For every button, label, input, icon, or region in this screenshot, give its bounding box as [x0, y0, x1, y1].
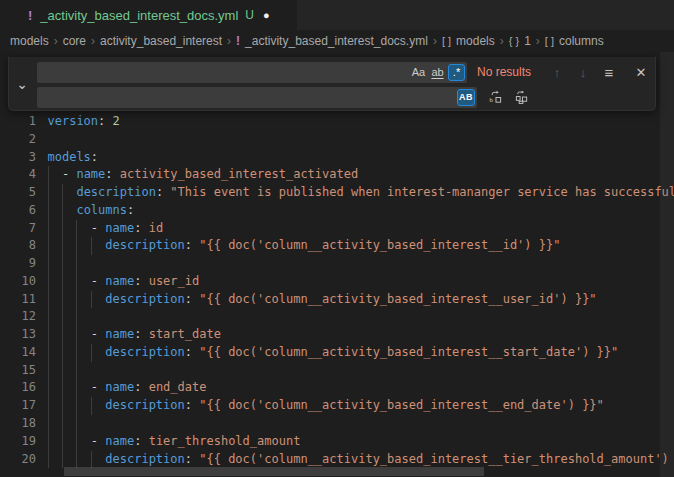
breadcrumb: models›core›activity_based_interest›!_ac… — [0, 30, 674, 52]
line-number: 17 — [0, 397, 36, 415]
code-text: - name: user_id — [48, 274, 200, 288]
code-line[interactable]: 16 - name: end_date — [0, 379, 674, 397]
whole-word-icon: ab — [431, 62, 443, 83]
code-line[interactable]: 9 — [0, 255, 674, 273]
chevron-right-icon: › — [536, 34, 540, 48]
code-text: description: "{{ doc('column__activity_b… — [48, 292, 597, 306]
breadcrumb-item[interactable]: { }1 — [509, 34, 531, 48]
breadcrumb-item[interactable]: [ ]models — [442, 34, 495, 48]
code-line[interactable]: 11 description: "{{ doc('column__activit… — [0, 291, 674, 309]
indent-guide — [62, 202, 63, 220]
code-line[interactable]: 13 - name: start_date — [0, 326, 674, 344]
code-text: description: "This event is published wh… — [48, 185, 674, 199]
editor-tab[interactable]: ! _activity_based_interest_docs.yml U ● — [0, 0, 297, 30]
horizontal-scrollbar-thumb[interactable] — [64, 467, 484, 476]
code-line[interactable]: 6 columns: — [0, 202, 674, 220]
indent-guide — [48, 255, 49, 273]
git-status-badge: U — [245, 8, 254, 22]
indent-guide — [76, 344, 77, 362]
chevron-right-icon: › — [54, 34, 58, 48]
indent-guide — [62, 308, 63, 326]
breadcrumb-item[interactable]: activity_based_interest — [100, 34, 222, 48]
breadcrumb-item[interactable]: models — [10, 34, 49, 48]
indent-guide — [76, 433, 77, 451]
line-number: 19 — [0, 433, 36, 451]
indent-guide — [62, 451, 63, 469]
chevron-right-icon: › — [91, 34, 95, 48]
code-text: - name: id — [48, 221, 164, 235]
indent-guide — [76, 220, 77, 238]
code-line[interactable]: 15 — [0, 362, 674, 380]
replace-input[interactable]: - name: $1\n description: "{{ doc('colum… — [37, 87, 477, 108]
symbol-array-icon: [ ] — [442, 35, 451, 47]
code-line[interactable]: 10 - name: user_id — [0, 273, 674, 291]
indent-guide — [62, 184, 63, 202]
code-line[interactable]: 17 description: "{{ doc('column__activit… — [0, 397, 674, 415]
code-line[interactable]: 19 - name: tier_threshold_amount — [0, 433, 674, 451]
code-line[interactable]: 12 — [0, 308, 674, 326]
toggle-replace-chevron-icon[interactable]: ⌄ — [9, 57, 35, 110]
symbol-array-icon: [ ] — [545, 35, 554, 47]
whole-word-toggle[interactable]: ab — [429, 64, 446, 81]
indent-guide — [76, 362, 77, 380]
preserve-case-toggle[interactable]: AB — [457, 89, 475, 106]
editor-pane[interactable]: 1version: 223models:4 - name: activity_b… — [0, 52, 674, 477]
line-number: 1 — [0, 113, 36, 131]
find-results-status: No results — [477, 65, 539, 79]
code-line[interactable]: 14 description: "{{ doc('column__activit… — [0, 344, 674, 362]
vertical-scrollbar[interactable] — [660, 52, 674, 477]
indent-guide — [62, 273, 63, 291]
indent-guide — [48, 326, 49, 344]
breadcrumb-item[interactable]: core — [63, 34, 86, 48]
replace-all-button[interactable] — [511, 87, 531, 107]
code-line[interactable]: 8 description: "{{ doc('column__activity… — [0, 237, 674, 255]
code-line[interactable]: 3models: — [0, 149, 674, 167]
yaml-file-icon: ! — [236, 34, 240, 48]
code-text: - name: activity_based_interest_activate… — [48, 167, 359, 181]
indent-guide — [48, 362, 49, 380]
indent-guide — [48, 344, 49, 362]
indent-guide — [76, 308, 77, 326]
code-text: description: "{{ doc('column__activity_b… — [48, 452, 674, 466]
indent-guide — [91, 291, 92, 309]
indent-guide — [76, 379, 77, 397]
indent-guide — [48, 202, 49, 220]
indent-guide — [62, 237, 63, 255]
indent-guide — [62, 362, 63, 380]
match-case-toggle[interactable]: Aa — [410, 64, 427, 81]
code-line[interactable]: 18 — [0, 415, 674, 433]
breadcrumb-item[interactable]: [ ]columns — [545, 34, 604, 48]
indent-guide — [48, 397, 49, 415]
code-line[interactable]: 5 description: "This event is published … — [0, 184, 674, 202]
replace-button[interactable]: b — [485, 87, 505, 107]
indent-guide — [62, 291, 63, 309]
next-match-button[interactable]: ↓ — [573, 62, 593, 82]
find-in-selection-button[interactable]: ≡ — [599, 62, 619, 82]
code-line[interactable]: 1version: 2 — [0, 113, 674, 131]
code-line[interactable]: 4 - name: activity_based_interest_activa… — [0, 166, 674, 184]
regex-toggle[interactable]: .* — [448, 64, 465, 81]
code-line[interactable]: 7 - name: id — [0, 220, 674, 238]
breadcrumb-label: models — [10, 34, 49, 48]
line-number: 11 — [0, 291, 36, 309]
breadcrumb-label: models — [456, 34, 495, 48]
close-find-widget-button[interactable]: ✕ — [631, 62, 651, 82]
code-line[interactable]: 20 description: "{{ doc('column__activit… — [0, 451, 674, 469]
line-number: 15 — [0, 362, 36, 380]
indent-guide — [91, 344, 92, 362]
indent-guide — [76, 255, 77, 273]
indent-guide — [62, 255, 63, 273]
indent-guide — [62, 433, 63, 451]
line-number: 10 — [0, 273, 36, 291]
indent-guide — [48, 184, 49, 202]
indent-guide — [48, 237, 49, 255]
previous-match-button[interactable]: ↑ — [547, 62, 567, 82]
breadcrumb-item[interactable]: !_activity_based_interest_docs.yml — [236, 34, 428, 48]
code-lines[interactable]: 1version: 223models:4 - name: activity_b… — [0, 113, 674, 468]
replace-all-icon — [514, 90, 529, 105]
yaml-file-icon: ! — [28, 8, 32, 23]
code-line[interactable]: 2 — [0, 131, 674, 149]
modified-dot-icon[interactable]: ● — [263, 0, 270, 30]
line-number: 8 — [0, 237, 36, 255]
find-input[interactable]: \s{6}- name: (.*)\n description: "" Aa a… — [37, 62, 467, 83]
